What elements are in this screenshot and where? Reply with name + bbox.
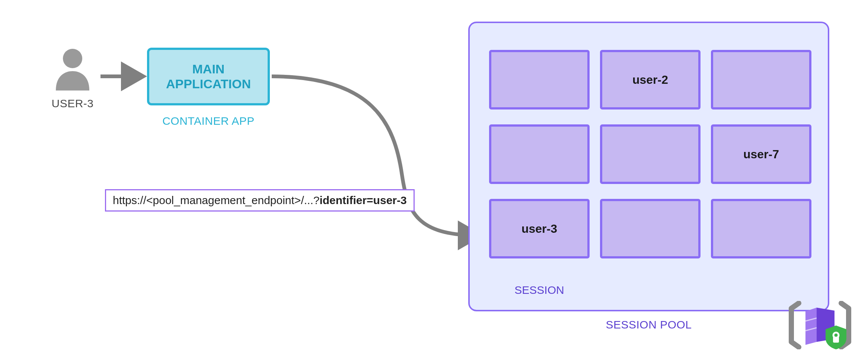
app-title-line2: APPLICATION [166,77,251,91]
user-block: USER-3 [48,47,97,110]
session-box [711,50,811,109]
session-box [489,124,590,184]
session-grid: user-2 user-7 user-3 [489,50,811,258]
svg-point-1 [63,49,82,68]
container-apps-service-icon [788,301,852,351]
app-title: MAIN APPLICATION [166,62,251,91]
session-box: user-2 [600,50,701,109]
url-prefix: https://<pool_management_endpoint>/...? [113,194,319,206]
svg-rect-7 [833,337,839,343]
session-box [711,199,811,258]
session-pool-caption: SESSION POOL [468,318,829,331]
session-caption: SESSION [489,284,590,296]
session-box [600,124,701,184]
session-box [600,199,701,258]
user-icon [52,47,93,91]
session-pool-container: user-2 user-7 user-3 SESSION [468,22,829,311]
container-app-caption: CONTAINER APP [147,115,270,127]
user-label: USER-3 [48,97,97,110]
app-title-line1: MAIN [192,62,225,76]
request-url-box: https://<pool_management_endpoint>/...?i… [105,189,415,212]
container-app-box: MAIN APPLICATION [147,48,270,105]
session-box [489,50,590,109]
session-label: user-3 [521,222,557,236]
session-box: user-3 [489,199,590,258]
session-label: user-7 [743,147,779,161]
session-box: user-7 [711,124,811,184]
svg-marker-3 [805,308,817,345]
session-label: user-2 [632,73,668,87]
diagram-canvas: { "user": { "label": "USER-3" }, "app": … [0,0,868,362]
url-identifier-param: identifier=user-3 [319,194,406,206]
